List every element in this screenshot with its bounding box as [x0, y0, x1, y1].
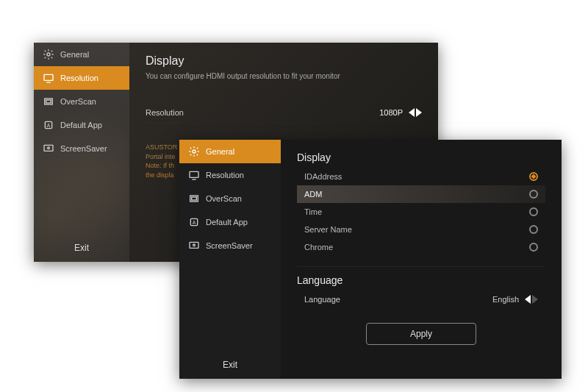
exit-button[interactable]: Exit — [179, 351, 281, 379]
svg-point-8 — [193, 150, 196, 153]
sidebar-item-screensaver[interactable]: ScreenSaver — [34, 137, 129, 160]
value-stepper[interactable] — [525, 295, 538, 304]
content-panel: Display IDAddress ADM Time Server Name C… — [281, 140, 562, 379]
note-line: Note: If th — [146, 162, 174, 169]
display-option-adm[interactable]: ADM — [297, 185, 545, 203]
sidebar-label: Resolution — [206, 171, 244, 179]
sidebar-item-general[interactable]: General — [34, 43, 129, 66]
section-title: Display — [146, 54, 422, 68]
sidebar-label: OverScan — [206, 194, 242, 203]
sidebar-item-overscan[interactable]: OverScan — [34, 90, 129, 113]
option-label: Chrome — [304, 243, 529, 252]
resolution-setting-row[interactable]: Resolution 1080P — [146, 102, 422, 124]
exit-button[interactable]: Exit — [34, 234, 129, 262]
arrow-left-icon[interactable] — [525, 295, 531, 304]
screensaver-icon — [43, 143, 54, 154]
sidebar-item-screensaver[interactable]: ScreenSaver — [179, 234, 281, 257]
option-label: IDAddress — [304, 172, 529, 181]
sidebar-item-overscan[interactable]: OverScan — [179, 187, 281, 210]
value-stepper[interactable] — [409, 108, 422, 117]
section-title-display: Display — [297, 152, 545, 163]
arrow-right-icon[interactable] — [416, 108, 422, 117]
gear-icon — [188, 146, 200, 157]
svg-rect-11 — [192, 197, 197, 200]
section-caption: You can configure HDMI output resolution… — [146, 72, 422, 80]
radio-off-icon[interactable] — [529, 190, 538, 199]
option-label: ADM — [304, 190, 529, 199]
sidebar-item-general[interactable]: General — [179, 140, 281, 163]
sidebar-label: ScreenSaver — [60, 144, 107, 153]
svg-rect-3 — [46, 100, 51, 103]
display-option-chrome[interactable]: Chrome — [297, 238, 545, 256]
sidebar-label: Default App — [206, 218, 248, 227]
gear-icon — [43, 49, 54, 60]
display-option-server-name[interactable]: Server Name — [297, 221, 545, 238]
sidebar-label: General — [60, 50, 89, 59]
option-label: Server Name — [304, 225, 529, 234]
screensaver-icon — [188, 240, 200, 252]
setting-label: Resolution — [146, 108, 379, 117]
settings-window-general: General Resolution OverScan A Default Ap… — [179, 140, 562, 379]
language-setting-row[interactable]: Language English — [297, 291, 545, 308]
svg-point-0 — [47, 53, 50, 56]
sidebar: General Resolution OverScan A Default Ap… — [34, 43, 129, 262]
note-line: Portal inte — [146, 153, 176, 160]
display-option-time[interactable]: Time — [297, 203, 545, 221]
sidebar-item-default-app[interactable]: A Default App — [34, 113, 129, 137]
sidebar-label: ScreenSaver — [206, 241, 253, 250]
sidebar-item-resolution[interactable]: Resolution — [179, 163, 281, 187]
overscan-icon — [43, 96, 54, 107]
sidebar-item-default-app[interactable]: A Default App — [179, 210, 281, 234]
svg-rect-6 — [44, 145, 53, 151]
svg-rect-9 — [190, 171, 198, 177]
sidebar: General Resolution OverScan A Default Ap… — [179, 140, 281, 379]
section-title-language: Language — [297, 274, 545, 286]
note-line: the displa — [146, 171, 174, 179]
setting-value: 1080P — [379, 108, 403, 117]
radio-off-icon[interactable] — [529, 243, 538, 252]
radio-off-icon[interactable] — [529, 225, 538, 234]
sidebar-label: Default App — [60, 121, 102, 129]
sidebar-label: OverScan — [60, 97, 96, 106]
overscan-icon — [188, 193, 200, 204]
radio-off-icon[interactable] — [529, 207, 538, 216]
app-icon: A — [43, 119, 54, 131]
divider — [297, 266, 545, 267]
sidebar-label: Resolution — [60, 74, 98, 82]
svg-text:A: A — [47, 123, 51, 128]
svg-text:A: A — [193, 220, 196, 225]
monitor-icon — [188, 169, 200, 181]
arrow-right-icon[interactable] — [532, 295, 538, 304]
option-label: Time — [304, 207, 529, 216]
note-line: ASUSTOR — [146, 143, 177, 151]
monitor-icon — [43, 72, 54, 84]
display-option-idaddress[interactable]: IDAddress — [297, 168, 545, 185]
app-icon: A — [188, 216, 200, 228]
svg-rect-1 — [44, 74, 53, 80]
svg-rect-14 — [190, 242, 198, 248]
setting-label: Language — [304, 295, 492, 304]
sidebar-label: General — [206, 147, 234, 156]
arrow-left-icon[interactable] — [409, 108, 415, 117]
apply-button[interactable]: Apply — [366, 323, 476, 345]
setting-value: English — [492, 295, 519, 304]
radio-on-icon[interactable] — [529, 172, 538, 181]
svg-point-7 — [48, 147, 50, 149]
sidebar-item-resolution[interactable]: Resolution — [34, 66, 129, 90]
svg-point-15 — [193, 244, 196, 246]
